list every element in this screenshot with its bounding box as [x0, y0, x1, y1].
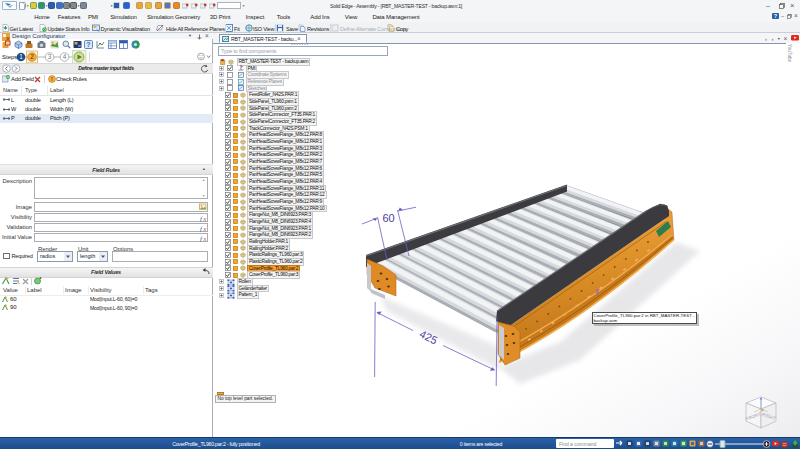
svg-text:!: ! [51, 76, 53, 82]
svg-text:2: 2 [30, 53, 34, 60]
svg-text:?: ? [86, 41, 90, 48]
svg-text:f: f [200, 224, 203, 232]
svg-text:1: 1 [19, 53, 23, 60]
svg-text:x: x [202, 236, 206, 242]
svg-text:f: f [200, 214, 203, 222]
svg-text:x: x [202, 216, 206, 222]
svg-text:3: 3 [48, 53, 52, 60]
svg-text:4: 4 [63, 53, 67, 60]
svg-text:60: 60 [382, 212, 394, 224]
svg-text:x: x [202, 226, 206, 232]
svg-text:f: f [200, 234, 203, 242]
